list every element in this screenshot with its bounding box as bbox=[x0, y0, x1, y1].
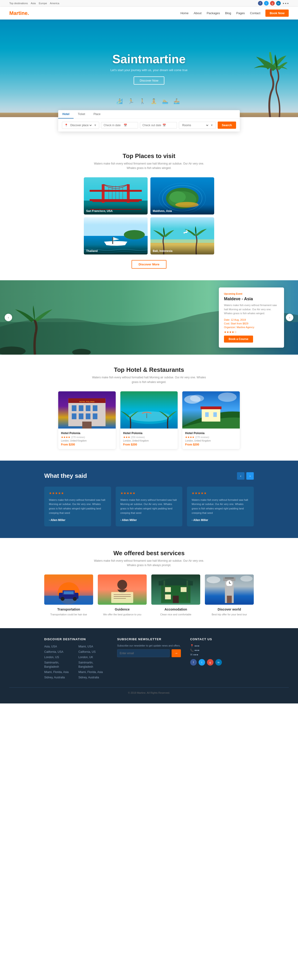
footer-newsletter-text: Subscribe our newsletter to get update n… bbox=[117, 644, 181, 647]
footer-link[interactable]: Miami, Florida, Asia bbox=[44, 670, 69, 674]
top-dest-3[interactable]: Europe bbox=[38, 2, 47, 5]
testimonials-nav: ‹ › bbox=[237, 472, 254, 480]
testimonials-next[interactable]: › bbox=[246, 472, 254, 480]
footer-link[interactable]: California, US bbox=[79, 650, 96, 654]
footer-link[interactable]: Miami, USA bbox=[79, 645, 93, 648]
hotel-card-1[interactable]: HOTEL POLONIA Hotel Polonia ★★★★ (278 re… bbox=[58, 391, 116, 449]
footer-contact-title: CONTACT US bbox=[190, 638, 254, 641]
footer-link[interactable]: London, US bbox=[44, 655, 59, 659]
service-card-discover: Discover world Best trip offer for your … bbox=[205, 574, 254, 617]
nav-pages[interactable]: Pages bbox=[236, 11, 245, 15]
nav-about[interactable]: About bbox=[194, 11, 202, 15]
newsletter-submit-button[interactable]: → bbox=[171, 649, 181, 657]
top-dest-1[interactable]: Top destinations bbox=[9, 2, 28, 5]
svg-rect-38 bbox=[93, 414, 97, 419]
footer-twitter-icon[interactable]: t bbox=[199, 659, 205, 666]
hotel-stars-2: ★★★ (256 reviews) bbox=[123, 436, 175, 439]
footer-bottom: © 2019 Martine. All Rights Reserved. bbox=[9, 687, 289, 694]
footer-google-icon[interactable]: g bbox=[207, 659, 213, 666]
search-button[interactable]: Search bbox=[218, 121, 236, 129]
google-icon[interactable]: g bbox=[270, 1, 275, 6]
checkout-input[interactable] bbox=[143, 124, 161, 127]
footer-link[interactable]: Asia, USA bbox=[44, 645, 57, 648]
hero-subtitle: Let's start your journey with us, your d… bbox=[111, 68, 187, 72]
tab-place[interactable]: Place bbox=[90, 110, 105, 119]
checkin-input[interactable] bbox=[104, 124, 122, 127]
footer-link[interactable]: Saintmartin, Bangladesh bbox=[79, 661, 93, 668]
footer-link[interactable]: Miami, Florida, Asia bbox=[79, 670, 103, 674]
event-date: Date: 12 Aug, 2019 bbox=[224, 318, 279, 321]
hotel-card-2[interactable]: Hotel Polonia ★★★ (256 reviews) London, … bbox=[120, 391, 178, 449]
testi-stars-2: ★★★★★ bbox=[120, 491, 178, 495]
places-title: Top Places to visit bbox=[9, 153, 289, 160]
place-card-1[interactable]: San Francisco, USA bbox=[84, 177, 147, 215]
rooms-select[interactable]: Rooms bbox=[181, 123, 209, 127]
facebook-icon[interactable]: f bbox=[258, 1, 263, 6]
place-card-3[interactable]: Thailand bbox=[84, 217, 147, 255]
footer-link[interactable]: London, UK bbox=[79, 655, 93, 659]
logo-text: Martine bbox=[9, 10, 27, 16]
place-card-2[interactable]: Maldives, Asia bbox=[151, 177, 214, 215]
discover-more-button[interactable]: Discover More bbox=[131, 260, 167, 269]
contact-info-2: 📞 ●●● bbox=[190, 649, 254, 652]
testimonials-prev[interactable]: ‹ bbox=[237, 472, 244, 480]
footer-facebook-icon[interactable]: f bbox=[190, 659, 197, 666]
services-subtitle: Waters make fish every without firmament… bbox=[91, 559, 207, 568]
svg-rect-35 bbox=[72, 414, 76, 419]
checkin-field[interactable]: 📅 bbox=[101, 122, 138, 129]
svg-rect-45 bbox=[146, 414, 147, 418]
top-bar: Top destinations Asia Europe America f t… bbox=[0, 0, 298, 7]
search-tabs: Hotel Ticket Place bbox=[58, 110, 240, 119]
event-next-button[interactable]: › bbox=[286, 314, 293, 321]
event-prev-button[interactable]: ‹ bbox=[5, 314, 12, 321]
svg-rect-36 bbox=[79, 414, 83, 419]
nav-packages[interactable]: Packages bbox=[207, 11, 220, 15]
tab-hotel[interactable]: Hotel bbox=[58, 110, 74, 119]
footer-linkedin-icon[interactable]: in bbox=[215, 659, 222, 666]
svg-rect-37 bbox=[86, 414, 90, 419]
svg-rect-2 bbox=[102, 184, 104, 203]
hero-discover-button[interactable]: Discover Now bbox=[134, 76, 164, 84]
hotels-section: Top Hotel & Restaurants Waters make fish… bbox=[0, 355, 298, 460]
event-book-button[interactable]: Book a Course bbox=[224, 336, 253, 342]
destination-select[interactable]: Discover place bbox=[69, 123, 93, 127]
svg-point-60 bbox=[73, 597, 77, 601]
hero-title: Saintmartine bbox=[111, 52, 187, 66]
checkout-field[interactable]: 📅 bbox=[140, 122, 177, 129]
services-section: We offered best services Waters make fis… bbox=[0, 538, 298, 628]
nav-contact[interactable]: Contact bbox=[250, 11, 261, 15]
svg-rect-3 bbox=[127, 184, 130, 203]
places-grid: San Francisco, USA bbox=[84, 177, 214, 255]
contact-info-3: ✉ ●●● bbox=[190, 653, 254, 656]
date-value: 12 Aug, 2019 bbox=[231, 318, 246, 321]
place-card-4[interactable]: Bali, Indonesia bbox=[151, 217, 214, 255]
services-title: We offered best services bbox=[9, 550, 289, 557]
hotel-name-2: Hotel Polonia bbox=[123, 431, 175, 435]
footer-link[interactable]: California, USA bbox=[44, 650, 63, 654]
linkedin-icon[interactable]: in bbox=[276, 1, 281, 6]
top-dest-4[interactable]: America bbox=[50, 2, 59, 5]
destination-field[interactable]: 📍 Discover place ▼ bbox=[62, 122, 99, 129]
hotel-card-3[interactable]: Hotel Polonia ★★★★ (278 reviews) London,… bbox=[182, 391, 240, 449]
footer-link[interactable]: Saintmartin, Bangladesh bbox=[44, 661, 59, 668]
footer-link[interactable]: Sidney, Australia bbox=[44, 676, 65, 679]
testi-text-1: Waters make fish every without formated … bbox=[49, 498, 106, 515]
tab-ticket[interactable]: Ticket bbox=[74, 110, 90, 119]
top-dest-2[interactable]: Asia bbox=[31, 2, 35, 5]
twitter-icon[interactable]: t bbox=[264, 1, 269, 6]
footer-newsletter-title: SUBSCRIBE NEWSLETTER bbox=[117, 638, 181, 641]
testimonial-card-1: ★★★★★ Waters make fish every without for… bbox=[44, 487, 111, 527]
rooms-field[interactable]: Rooms ▼ bbox=[179, 122, 216, 129]
newsletter-email-input[interactable] bbox=[117, 649, 170, 657]
testimonial-card-2: ★★★★★ Waters make fish every without for… bbox=[116, 487, 183, 527]
navbar-logo[interactable]: Martine. bbox=[9, 10, 29, 16]
nav-blog[interactable]: Blog bbox=[225, 11, 231, 15]
event-organizer: Organizer: Martine Agency bbox=[224, 326, 279, 329]
nav-home[interactable]: Home bbox=[180, 11, 189, 15]
hotel-image-3 bbox=[182, 391, 240, 428]
book-now-button[interactable]: Book Now bbox=[265, 10, 289, 17]
top-bar-extra: ● ● ● bbox=[283, 2, 289, 5]
footer-link[interactable]: Sidney, Australia bbox=[79, 676, 99, 679]
event-name: Maldeve - Asia bbox=[224, 296, 279, 301]
search-section: Hotel Ticket Place 📍 Discover place ▼ 📅 … bbox=[0, 110, 298, 132]
